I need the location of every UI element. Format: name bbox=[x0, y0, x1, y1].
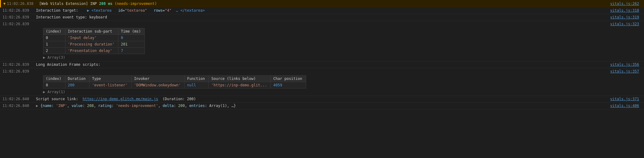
row1-time: 201 bbox=[118, 41, 145, 48]
inp-value: 208 ms bbox=[99, 2, 112, 6]
timestamp-5: 11:02:26.839 bbox=[2, 69, 35, 73]
row2-index: 2 bbox=[43, 48, 65, 54]
row0-time: 0 bbox=[118, 35, 145, 41]
tag-open: ▶ < bbox=[85, 8, 94, 13]
source-link-1[interactable]: vitals.js:262 bbox=[610, 2, 642, 6]
tag-name: textarea bbox=[94, 8, 112, 13]
timestamp-6: 11:02:26.840 bbox=[2, 97, 35, 101]
table-row: 2 'Presentation delay' 7 bbox=[43, 48, 145, 54]
col2-duration-header: Duration bbox=[65, 76, 89, 82]
timestamp-1: 11:02:26.839 bbox=[2, 8, 35, 13]
row0-index: 0 bbox=[43, 35, 65, 41]
source-link-2[interactable]: vitals.js:318 bbox=[610, 8, 642, 13]
expand-arrow-icon[interactable]: ▼ bbox=[3, 2, 6, 6]
attr1-name: id bbox=[118, 8, 122, 13]
source-link-3[interactable]: vitals.js:319 bbox=[610, 15, 642, 19]
row1-index: 1 bbox=[43, 41, 65, 48]
long-animation-text: Long Animation Frame scripts: bbox=[35, 62, 610, 67]
timestamp-2: 11:02:26.839 bbox=[2, 15, 35, 19]
warning-prefix: [Web Vitals Extension] INP bbox=[39, 2, 97, 6]
col-time-header: Time (ms) bbox=[118, 28, 145, 35]
script-source-line: 11:02:26.840 Script source link: https:/… bbox=[0, 96, 644, 103]
interaction-target-line: 11:02:26.839 Interaction target: ▶ <text… bbox=[0, 7, 644, 14]
col2-type-header: Type bbox=[89, 76, 132, 82]
row2-subpart: 'Presentation delay' bbox=[65, 48, 118, 54]
col2-source-header: Source (links below) bbox=[209, 76, 271, 82]
table-row: 0 'Input delay' 0 bbox=[43, 35, 145, 41]
script-source-url[interactable]: https://inp-demo.glitch.me/main.js bbox=[83, 97, 158, 101]
col2-function-header: Function bbox=[184, 76, 209, 82]
col-subpart-header: Interaction sub-part bbox=[65, 28, 118, 35]
object-line: 11:02:26.840 ▶ {name: 'INP', value: 208,… bbox=[0, 103, 644, 109]
timestamp-7: 11:02:26.840 bbox=[2, 104, 35, 108]
array2-expand[interactable]: ▶ Array(1) bbox=[0, 89, 644, 95]
row1-subpart: 'Processing duration' bbox=[65, 41, 118, 48]
timestamp-3: 11:02:26.839 bbox=[2, 22, 35, 26]
attr2-value: "4" bbox=[165, 8, 172, 13]
t2-row0-source: 'https://inp-demo.glit... bbox=[209, 82, 271, 89]
col2-index-header: (index) bbox=[43, 76, 65, 82]
table1-line: 11:02:26.839 vitals.js:323 (index) Inter… bbox=[0, 21, 644, 61]
source-link-7[interactable]: vitals.js:371 bbox=[610, 97, 642, 101]
col2-invoker-header: Invoker bbox=[131, 76, 184, 82]
animation-frame-table: (index) Duration Type Invoker Function S… bbox=[43, 75, 306, 89]
warning-line: ▼ 11:02:26.838 [Web Vitals Extension] IN… bbox=[0, 0, 644, 7]
long-animation-frame-line: 11:02:26.839 Long Animation Frame script… bbox=[0, 61, 644, 68]
interaction-target-label: Interaction target: bbox=[36, 8, 78, 13]
source-link-4[interactable]: vitals.js:323 bbox=[610, 22, 642, 26]
attr2-name: rows bbox=[154, 8, 163, 13]
interaction-target-content: Interaction target: ▶ <textarea id="text… bbox=[35, 8, 610, 13]
row2-time: 7 bbox=[118, 48, 145, 54]
t2-row0-type: 'event-listener' bbox=[89, 82, 132, 89]
script-source-content: Script source link: https://inp-demo.gli… bbox=[35, 97, 610, 101]
timestamp-4: 11:02:26.839 bbox=[2, 62, 35, 67]
t2-row0-charpos: 4059 bbox=[271, 82, 306, 89]
table-row: 0 200 'event-listener' 'DOMWindow.onkeyd… bbox=[43, 82, 306, 89]
attr1-value: "textarea" bbox=[125, 8, 147, 13]
event-type-text: Interaction event type: keyboard bbox=[35, 15, 610, 19]
t2-row0-duration: 200 bbox=[65, 82, 89, 89]
interaction-subpart-table: (index) Interaction sub-part Time (ms) 0… bbox=[43, 28, 145, 54]
t2-row0-index: 0 bbox=[43, 82, 65, 89]
object-text[interactable]: ▶ {name: 'INP', value: 208, rating: 'nee… bbox=[35, 104, 610, 108]
source-link-8[interactable]: vitals.js:406 bbox=[610, 104, 642, 108]
source-link-5[interactable]: vitals.js:356 bbox=[610, 62, 642, 67]
timestamp: 11:02:26.838 bbox=[7, 2, 39, 6]
needs-improvement-badge: (needs-improvement) bbox=[115, 2, 157, 6]
source-link-6[interactable]: vitals.js:357 bbox=[610, 69, 642, 73]
table-row: 1 'Processing duration' 201 bbox=[43, 41, 145, 48]
col-index-header: (index) bbox=[43, 28, 65, 35]
t2-row0-invoker: 'DOMWindow.onkeydown' bbox=[131, 82, 184, 89]
col2-charpos-header: Char position bbox=[271, 76, 306, 82]
script-source-prefix: Script source link: bbox=[36, 97, 78, 101]
row0-subpart: 'Input delay' bbox=[65, 35, 118, 41]
interaction-event-line: 11:02:26.839 Interaction event type: key… bbox=[0, 14, 644, 21]
table2-line: 11:02:26.839 vitals.js:357 (index) Durat… bbox=[0, 68, 644, 96]
array1-expand[interactable]: ▶ Array(3) bbox=[0, 55, 644, 60]
script-source-suffix: (Duration: 200) bbox=[163, 97, 196, 101]
t2-row0-function: null bbox=[184, 82, 209, 89]
